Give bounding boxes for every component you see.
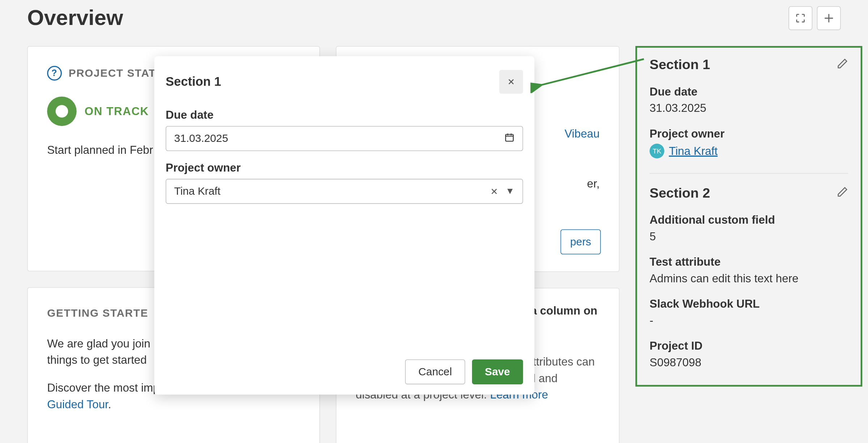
project-owner-label: Project owner bbox=[650, 127, 848, 140]
sidebar-sections: Section 1 Due date 31.03.2025 Project ow… bbox=[635, 46, 862, 387]
slack-url-value: - bbox=[650, 314, 848, 327]
help-icon[interactable]: ? bbox=[47, 66, 62, 81]
owner-link[interactable]: Tina Kraft bbox=[669, 144, 718, 157]
due-date-input-value: 31.03.2025 bbox=[174, 132, 228, 145]
owner-select-value: Tina Kraft bbox=[174, 185, 221, 198]
edit-section-dialog: Section 1 Due date 31.03.2025 Project ow… bbox=[154, 56, 535, 395]
due-date-value: 31.03.2025 bbox=[650, 102, 848, 115]
getting-started-label: GETTING STARTE bbox=[47, 307, 148, 320]
slack-url-label: Slack Webhook URL bbox=[650, 298, 848, 311]
save-button[interactable]: Save bbox=[472, 359, 523, 384]
due-date-label: Due date bbox=[650, 85, 848, 98]
edit-section1-icon[interactable] bbox=[837, 58, 848, 72]
status-text: ON TRACK bbox=[85, 105, 149, 118]
dialog-title: Section 1 bbox=[166, 74, 221, 89]
text-fragment: er, bbox=[587, 177, 600, 190]
project-id-value: S0987098 bbox=[650, 356, 848, 369]
test-attr-value: Admins can edit this text here bbox=[650, 272, 848, 285]
cancel-button[interactable]: Cancel bbox=[405, 359, 465, 384]
member-name-fragment: Vibeau bbox=[565, 127, 600, 140]
project-id-label: Project ID bbox=[650, 339, 848, 353]
column-title-fragment: a column on bbox=[531, 304, 597, 317]
section-divider bbox=[650, 173, 848, 174]
close-icon[interactable] bbox=[499, 70, 523, 94]
custom-field-label: Additional custom field bbox=[650, 214, 848, 227]
owner-avatar: TK bbox=[650, 144, 664, 159]
edit-section2-icon[interactable] bbox=[837, 186, 848, 200]
test-attr-label: Test attribute bbox=[650, 256, 848, 269]
project-owner-select[interactable]: Tina Kraft ✕ ▼ bbox=[166, 179, 523, 204]
svg-rect-0 bbox=[506, 134, 513, 141]
chevron-down-icon[interactable]: ▼ bbox=[506, 186, 515, 197]
plus-icon[interactable] bbox=[817, 6, 841, 30]
status-card-label: PROJECT STAT bbox=[69, 67, 156, 80]
expand-icon[interactable] bbox=[788, 6, 812, 30]
section2-title: Section 2 bbox=[650, 185, 710, 201]
calendar-icon[interactable] bbox=[504, 132, 514, 145]
status-dot-icon bbox=[47, 97, 77, 126]
custom-field-value: 5 bbox=[650, 230, 848, 243]
section1-title: Section 1 bbox=[650, 57, 710, 73]
guided-tour-link[interactable]: Guided Tour bbox=[47, 398, 108, 411]
due-date-input[interactable]: 31.03.2025 bbox=[166, 126, 523, 151]
clear-icon[interactable]: ✕ bbox=[490, 186, 498, 197]
dialog-due-label: Due date bbox=[166, 109, 523, 122]
dialog-owner-label: Project owner bbox=[166, 161, 523, 174]
members-button-fragment[interactable]: pers bbox=[561, 229, 601, 254]
page-title: Overview bbox=[27, 6, 123, 30]
